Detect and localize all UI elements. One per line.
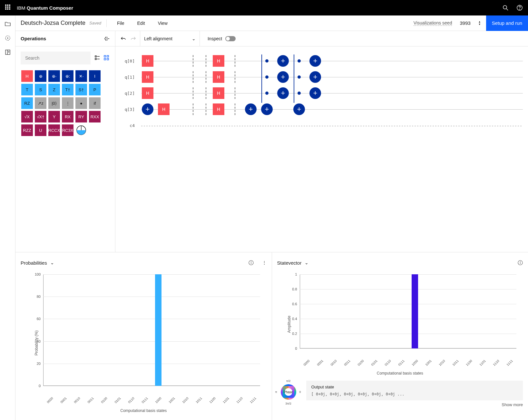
gate-if[interactable]: if (89, 97, 101, 109)
gate-target[interactable]: + (245, 103, 257, 115)
gate-target[interactable]: + (277, 87, 289, 99)
control-dot[interactable] (265, 75, 269, 79)
gate-h[interactable]: H (213, 71, 224, 83)
docs-icon[interactable] (5, 49, 11, 55)
gate-h[interactable]: H (213, 87, 224, 99)
gate-ry[interactable]: RY (75, 111, 87, 122)
gate-h[interactable]: H (142, 87, 153, 99)
control-dot[interactable] (298, 92, 301, 95)
gate-[interactable]: ● (75, 97, 87, 109)
alignment-select[interactable]: Left alignment ⌄ (140, 31, 200, 46)
control-dot[interactable] (298, 59, 301, 63)
gate-t[interactable]: T (21, 84, 33, 95)
barrier[interactable] (193, 103, 193, 115)
gate-[interactable]: ⊕ (35, 70, 46, 82)
barrier[interactable] (235, 71, 235, 83)
list-view-icon[interactable] (94, 55, 101, 61)
gate-search-input[interactable] (21, 52, 91, 64)
gate-h[interactable]: H (213, 55, 224, 67)
vis-seed-label[interactable]: Visualizations seed (414, 20, 452, 26)
barrier[interactable] (206, 55, 206, 67)
gate-target[interactable]: + (309, 55, 321, 67)
control-dot[interactable] (265, 92, 269, 95)
gate-z[interactable]: Z (48, 84, 60, 95)
svg-rect-17 (107, 58, 109, 60)
gate-target[interactable]: + (142, 103, 153, 115)
menu-view[interactable]: View (153, 15, 173, 31)
gate-target[interactable]: + (293, 103, 305, 115)
gate-rzz[interactable]: RZZ (21, 124, 33, 136)
seed-stepper[interactable]: ▲▼ (478, 21, 481, 26)
gate-x[interactable]: √X† (35, 111, 46, 122)
circuit-name[interactable]: Deutsch-Jozsa Complete (21, 20, 85, 26)
sv-xlabel: Computational basis states (377, 371, 423, 376)
gate-s[interactable]: S (35, 84, 46, 95)
gate-rc3x[interactable]: RC3X (62, 124, 73, 136)
gate-h[interactable]: H (142, 55, 153, 67)
grid-view-icon[interactable] (103, 55, 110, 61)
statevector-title: Statevector (277, 260, 302, 266)
gate-target[interactable]: + (277, 71, 289, 83)
control-dot[interactable] (298, 75, 301, 79)
gate-u[interactable]: U (35, 124, 46, 136)
gate-target[interactable]: + (309, 87, 321, 99)
gate-[interactable]: ⋮ (62, 97, 73, 109)
gate-target[interactable]: + (309, 71, 321, 83)
barrier[interactable] (193, 71, 193, 83)
redo-icon[interactable] (130, 36, 136, 42)
setup-run-button[interactable]: Setup and run (486, 15, 528, 31)
barrier[interactable] (193, 87, 193, 99)
gate-0[interactable]: |0⟩ (48, 97, 60, 109)
chevron-down-icon[interactable]: ⌄ (50, 260, 54, 265)
qsphere-icon[interactable] (5, 35, 11, 41)
gate-target[interactable]: + (261, 103, 273, 115)
gate-t[interactable]: T† (62, 84, 73, 95)
gate-h[interactable]: H (158, 103, 170, 115)
gate-target[interactable]: + (277, 55, 289, 67)
barrier[interactable] (206, 103, 206, 115)
gate-rccx[interactable]: RCCX (48, 124, 60, 136)
gate-rxx[interactable]: RXX (89, 111, 101, 122)
gate-h[interactable]: H (142, 71, 153, 83)
gate-i[interactable]: I (89, 70, 101, 82)
gate-[interactable]: ⊕· (48, 70, 60, 82)
gate-[interactable]: ⊕: (62, 70, 73, 82)
gate-phase-disk[interactable] (75, 124, 87, 136)
barrier[interactable] (193, 55, 193, 67)
gate-p[interactable]: P (89, 84, 101, 95)
search-icon[interactable] (502, 5, 509, 11)
gate-s[interactable]: S† (75, 84, 87, 95)
inspect-toggle[interactable] (225, 36, 236, 41)
menu-edit[interactable]: Edit (132, 15, 150, 31)
gate-rz[interactable]: RZ (21, 97, 33, 109)
gate-y[interactable]: Y (48, 111, 60, 122)
overflow-icon[interactable]: ⋮ (262, 260, 267, 265)
info-icon[interactable] (518, 260, 523, 265)
info-icon[interactable] (249, 260, 254, 265)
gate-[interactable]: ✕· (75, 70, 87, 82)
barrier[interactable] (235, 87, 235, 99)
collapse-panel-icon[interactable] (104, 36, 110, 42)
help-icon[interactable] (516, 5, 523, 11)
barrier[interactable] (235, 55, 235, 67)
saved-status: Saved (89, 21, 101, 25)
gate-h[interactable]: H (21, 70, 33, 82)
barrier[interactable] (206, 71, 206, 83)
barrier[interactable] (235, 103, 235, 115)
chevron-down-icon[interactable]: ⌄ (305, 260, 308, 265)
gate-h[interactable]: H (213, 103, 224, 115)
control-dot[interactable] (265, 59, 269, 63)
barrier[interactable] (206, 87, 206, 99)
gate-rx[interactable]: RX (62, 111, 73, 122)
app-switcher-icon[interactable] (5, 5, 12, 11)
menu-file[interactable]: File (112, 15, 130, 31)
gate-x[interactable]: √X (21, 111, 33, 122)
bar (155, 274, 161, 386)
show-more-link[interactable]: Show more (306, 402, 523, 407)
wire-label: q[3] (121, 107, 138, 112)
inspect-label: Inspect (208, 36, 222, 41)
folder-icon[interactable] (5, 21, 11, 27)
circuit-canvas[interactable]: q[0]HH++q[1]HH++q[2]HH++q[3]+HH+++c4 (115, 46, 528, 252)
gate-z[interactable]: ↗z (35, 97, 46, 109)
undo-icon[interactable] (121, 36, 126, 42)
